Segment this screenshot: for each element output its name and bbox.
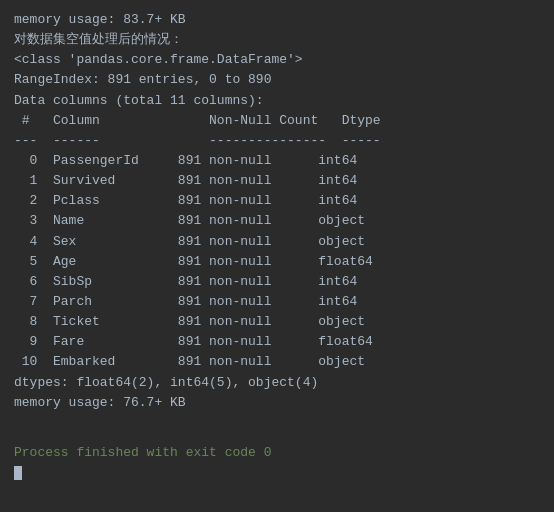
table-row: 6 SibSp 891 non-null int64 xyxy=(14,272,540,292)
table-row: 9 Fare 891 non-null float64 xyxy=(14,332,540,352)
data-table: # Column Non-Null Count Dtype --- ------… xyxy=(14,111,540,373)
terminal-cursor xyxy=(14,466,22,480)
table-row: 0 PassengerId 891 non-null int64 xyxy=(14,151,540,171)
table-row: 3 Name 891 non-null object xyxy=(14,211,540,231)
table-row: 4 Sex 891 non-null object xyxy=(14,232,540,252)
class-info-line: <class 'pandas.core.frame.DataFrame'> xyxy=(14,50,540,70)
memory-before-line: memory usage: 83.7+ KB xyxy=(14,10,540,30)
table-row: 1 Survived 891 non-null int64 xyxy=(14,171,540,191)
table-row: 5 Age 891 non-null float64 xyxy=(14,252,540,272)
table-row: 2 Pclass 891 non-null int64 xyxy=(14,191,540,211)
table-header: # Column Non-Null Count Dtype xyxy=(14,111,381,131)
chinese-label-line: 对数据集空值处理后的情况： xyxy=(14,30,540,50)
cursor-line xyxy=(14,463,540,483)
memory-after-line: memory usage: 76.7+ KB xyxy=(14,393,540,413)
data-columns-line: Data columns (total 11 columns): xyxy=(14,91,540,111)
table-body: 0 PassengerId 891 non-null int64 1 Survi… xyxy=(14,151,540,373)
table-divider-row: --- ------ --------------- ----- xyxy=(14,131,540,151)
blank-line xyxy=(14,413,540,433)
range-index-line: RangeIndex: 891 entries, 0 to 890 xyxy=(14,70,540,90)
terminal-output: memory usage: 83.7+ KB 对数据集空值处理后的情况： <cl… xyxy=(14,10,540,483)
process-finished-line: Process finished with exit code 0 xyxy=(14,443,540,463)
table-divider: --- ------ --------------- ----- xyxy=(14,131,381,151)
table-header-row: # Column Non-Null Count Dtype xyxy=(14,111,540,131)
table-row: 7 Parch 891 non-null int64 xyxy=(14,292,540,312)
table-row: 8 Ticket 891 non-null object xyxy=(14,312,540,332)
table-row: 10 Embarked 891 non-null object xyxy=(14,352,540,372)
dtypes-summary-line: dtypes: float64(2), int64(5), object(4) xyxy=(14,373,540,393)
